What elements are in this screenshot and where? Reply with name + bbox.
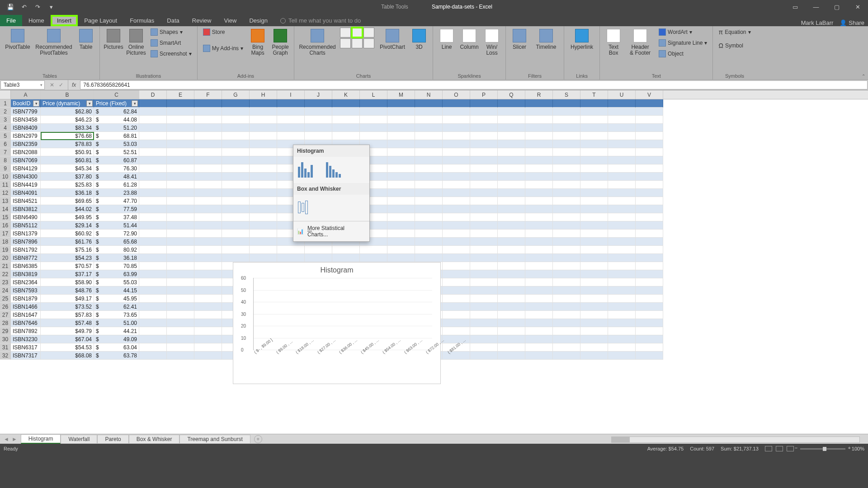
cell[interactable]: ISBN2088 [11, 148, 41, 156]
col-header[interactable]: Q [498, 90, 525, 99]
filter-dropdown-icon[interactable]: ▾ [33, 100, 39, 107]
row-header[interactable]: 19 [0, 246, 11, 254]
store-button[interactable]: Store [201, 27, 245, 37]
cell[interactable]: $72.90 [94, 230, 139, 238]
cell[interactable] [553, 181, 580, 189]
cell[interactable]: $36.18 [41, 189, 94, 197]
row-header[interactable]: 3 [0, 116, 11, 124]
cell[interactable] [139, 181, 167, 189]
cell[interactable] [250, 205, 277, 213]
cell[interactable]: $49.95 [41, 213, 94, 221]
cell[interactable] [580, 319, 608, 327]
cell[interactable] [498, 124, 525, 132]
enter-formula-icon[interactable]: ✓ [59, 82, 63, 88]
cell[interactable] [194, 278, 222, 286]
cell[interactable] [498, 254, 525, 262]
cell[interactable]: $37.80 [41, 173, 94, 181]
cell[interactable] [525, 230, 553, 238]
cell[interactable] [167, 238, 194, 246]
cell[interactable] [277, 124, 305, 132]
cell[interactable] [194, 164, 222, 173]
cell[interactable] [470, 205, 498, 213]
cell[interactable] [167, 319, 194, 327]
bing-maps-button[interactable]: Bing Maps [248, 27, 268, 56]
cell[interactable] [415, 164, 443, 173]
pictures-button[interactable]: Pictures [104, 27, 123, 50]
col-header[interactable]: H [250, 90, 277, 99]
cell[interactable]: $68.81 [94, 132, 139, 140]
cell[interactable] [443, 230, 470, 238]
cell[interactable] [332, 254, 360, 262]
cell[interactable] [580, 205, 608, 213]
cell[interactable] [139, 352, 167, 360]
cell[interactable] [139, 278, 167, 286]
cell[interactable] [470, 230, 498, 238]
table-header[interactable]: BookID▾ [11, 99, 41, 108]
cell[interactable] [415, 213, 443, 221]
cell[interactable] [167, 270, 194, 278]
cell[interactable] [167, 221, 194, 230]
cell[interactable] [415, 148, 443, 156]
table-header[interactable]: Price (dynamic)▾ [41, 99, 94, 108]
cell[interactable] [608, 132, 636, 140]
cell[interactable] [608, 278, 636, 286]
col-header[interactable]: S [553, 90, 580, 99]
tab-formulas[interactable]: Formulas [123, 15, 160, 26]
shapes-button[interactable]: Shapes ▾ [149, 27, 193, 37]
cell[interactable]: $70.57 [41, 262, 94, 270]
cell[interactable]: ISBN6385 [11, 262, 41, 270]
cell[interactable] [525, 205, 553, 213]
cell[interactable] [525, 221, 553, 230]
cell[interactable] [360, 254, 387, 262]
cell[interactable] [277, 99, 305, 108]
cell[interactable] [580, 343, 608, 352]
cell[interactable]: $60.81 [41, 156, 94, 164]
cell[interactable] [194, 327, 222, 335]
cell[interactable] [194, 230, 222, 238]
cell[interactable] [167, 140, 194, 148]
cell[interactable] [222, 173, 250, 181]
cell[interactable]: ISBN3819 [11, 270, 41, 278]
cell[interactable] [580, 327, 608, 335]
cell[interactable]: ISBN7593 [11, 286, 41, 295]
row-header[interactable]: 4 [0, 124, 11, 132]
col-header[interactable]: M [387, 90, 415, 99]
cell[interactable]: $54.23 [41, 254, 94, 262]
cell[interactable] [525, 116, 553, 124]
cell[interactable]: $47.70 [94, 197, 139, 205]
cell[interactable] [608, 197, 636, 205]
cell[interactable] [277, 132, 305, 140]
cell[interactable] [636, 352, 663, 360]
cell[interactable] [580, 254, 608, 262]
cell[interactable]: $73.52 [41, 303, 94, 311]
col-header[interactable]: T [580, 90, 608, 99]
sheet-tab[interactable]: Pareto [97, 435, 128, 443]
cell[interactable] [525, 99, 553, 108]
cell[interactable]: ISBN8772 [11, 254, 41, 262]
cell[interactable] [553, 278, 580, 286]
cell[interactable] [139, 132, 167, 140]
cell[interactable] [580, 181, 608, 189]
cell[interactable] [139, 238, 167, 246]
cell[interactable] [580, 132, 608, 140]
cell[interactable]: $36.18 [94, 254, 139, 262]
cell[interactable] [580, 270, 608, 278]
cell[interactable] [250, 213, 277, 221]
cell[interactable] [553, 311, 580, 319]
cell[interactable] [553, 262, 580, 270]
cell[interactable] [608, 311, 636, 319]
cell[interactable]: $45.34 [41, 164, 94, 173]
cell[interactable]: ISBN4091 [11, 189, 41, 197]
cell[interactable]: $45.95 [94, 295, 139, 303]
cell[interactable]: $61.28 [94, 181, 139, 189]
cell[interactable] [498, 311, 525, 319]
cell[interactable] [222, 238, 250, 246]
cell[interactable] [443, 286, 470, 295]
pivotchart-button[interactable]: PivotChart [378, 27, 406, 50]
col-header[interactable]: F [194, 90, 222, 99]
sheet-nav-next[interactable]: ► [12, 436, 17, 442]
cell[interactable] [222, 205, 250, 213]
cell[interactable] [305, 132, 332, 140]
cell[interactable] [580, 140, 608, 148]
cell[interactable] [553, 286, 580, 295]
